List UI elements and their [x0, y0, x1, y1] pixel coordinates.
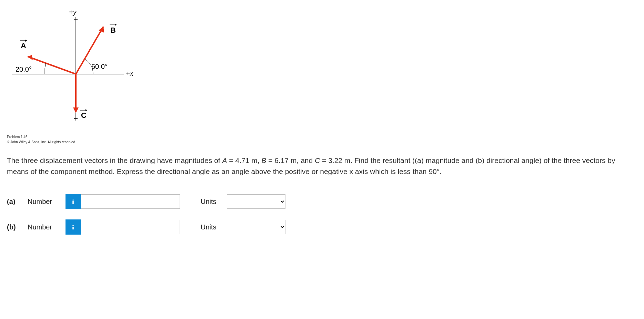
- problem-statement: The three displacement vectors in the dr…: [7, 155, 637, 177]
- copyright-line2: © John Wiley & Sons, Inc. All rights res…: [7, 140, 637, 145]
- svg-rect-19: [72, 227, 74, 229]
- number-label-a: Number: [28, 196, 66, 207]
- svg-marker-9: [99, 27, 104, 33]
- units-select-b[interactable]: [227, 220, 285, 234]
- part-b-label: (b): [7, 222, 28, 232]
- svg-marker-5: [28, 55, 33, 60]
- problem-text-1: The three displacement vectors in the dr…: [7, 156, 222, 164]
- var-c: C: [315, 156, 320, 164]
- vector-c-label: C: [81, 111, 87, 120]
- units-label-b: Units: [201, 222, 217, 232]
- number-label-b: Number: [28, 222, 66, 232]
- copyright-line1: Problem 1.46: [7, 134, 637, 140]
- units-label-a: Units: [201, 196, 217, 207]
- var-a: A: [222, 156, 227, 164]
- number-input-b[interactable]: [81, 220, 180, 234]
- info-icon[interactable]: [66, 219, 81, 235]
- answer-row-a: (a) Number Units: [7, 194, 637, 209]
- number-input-a[interactable]: [81, 194, 180, 209]
- part-a-label: (a): [7, 196, 28, 207]
- copyright-text: Problem 1.46 © John Wiley & Sons, Inc. A…: [7, 134, 637, 145]
- info-icon[interactable]: [66, 194, 81, 209]
- var-b: B: [261, 156, 266, 164]
- x-axis-label: +x: [126, 70, 134, 77]
- vector-diagram: +y +x A 20.0° B 60.0° C: [7, 7, 138, 131]
- angle-a-label: 20.0°: [16, 65, 32, 73]
- vector-b-label: B: [110, 26, 116, 34]
- units-select-a[interactable]: [227, 194, 285, 209]
- angle-b-label: 60.0°: [91, 63, 108, 70]
- svg-line-4: [28, 56, 76, 74]
- vector-a-label: A: [21, 41, 26, 50]
- svg-marker-13: [73, 107, 79, 113]
- svg-point-16: [72, 199, 74, 201]
- val-a: = 4.71 m,: [227, 156, 262, 164]
- val-b: = 6.17 m, and: [266, 156, 315, 164]
- svg-point-18: [72, 225, 74, 226]
- y-axis-label: +y: [69, 8, 77, 16]
- answer-row-b: (b) Number Units: [7, 219, 637, 235]
- svg-rect-17: [72, 201, 74, 204]
